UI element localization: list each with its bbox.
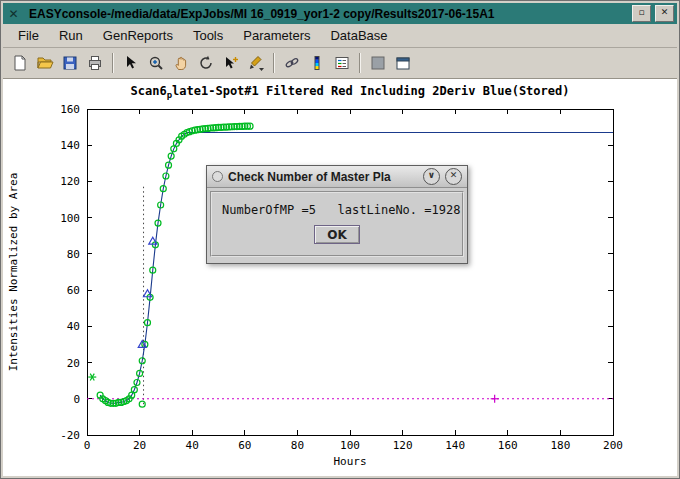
toolbar-separator [273, 53, 275, 73]
svg-text:40: 40 [186, 439, 199, 452]
figure-area: 020406080100120140160180200-200204060801… [3, 79, 677, 476]
dock-window-icon [394, 54, 412, 72]
svg-text:140: 140 [445, 439, 465, 452]
close-button[interactable]: ✕ [655, 5, 674, 22]
dialog-check-number: Check Number of Master Pla ∨ ✕ NumberOfM… [206, 165, 468, 264]
dialog-body: NumberOfMP =5 lastLineNo. =1928 OK [210, 191, 464, 257]
toolbar-separator [359, 53, 361, 73]
select-arrow-button[interactable] [119, 51, 143, 75]
svg-text:40: 40 [67, 320, 80, 333]
svg-text:80: 80 [291, 439, 304, 452]
dialog-close-button[interactable]: ✕ [445, 168, 462, 185]
svg-text:Scan6plate1-Spot#1 Filtered Re: Scan6plate1-Spot#1 Filtered Red Includin… [131, 84, 570, 100]
ok-button[interactable]: OK [314, 225, 360, 244]
menubar: File Run GenReports Tools Parameters Dat… [3, 24, 677, 48]
menu-item-tools[interactable]: Tools [184, 26, 232, 45]
open-file-button[interactable] [33, 51, 57, 75]
link-plot-button[interactable] [280, 51, 304, 75]
zoom-in-icon [147, 54, 165, 72]
svg-text:80: 80 [67, 248, 80, 261]
svg-text:100: 100 [340, 439, 360, 452]
brush-icon [247, 54, 265, 72]
open-folder-icon [36, 54, 54, 72]
svg-text:180: 180 [550, 439, 570, 452]
svg-text:-20: -20 [60, 429, 80, 442]
new-file-icon [11, 54, 29, 72]
print-figure-button[interactable] [83, 51, 107, 75]
svg-text:0: 0 [84, 439, 91, 452]
svg-text:160: 160 [498, 439, 518, 452]
rotate-icon [197, 54, 215, 72]
menu-item-run[interactable]: Run [50, 26, 92, 45]
dialog-titlebar[interactable]: Check Number of Master Pla ∨ ✕ [207, 166, 467, 188]
toolbar-separator [112, 53, 114, 73]
svg-text:60: 60 [67, 284, 80, 297]
svg-text:60: 60 [238, 439, 251, 452]
dialog-collapse-button[interactable]: ∨ [423, 168, 440, 185]
pan-hand-button[interactable] [169, 51, 193, 75]
minimize-button[interactable]: ▫ [632, 5, 651, 22]
menu-item-database[interactable]: DataBase [321, 26, 396, 45]
legend-icon [333, 54, 351, 72]
titlebar[interactable]: ✕ EASYconsole-/media/data/ExpJobs/MI 16_… [3, 3, 677, 24]
cursor-arrow-icon [122, 54, 140, 72]
svg-text:Hours: Hours [333, 455, 366, 468]
window-title: EASYconsole-/media/data/ExpJobs/MI 16_09… [25, 7, 628, 21]
svg-text:20: 20 [67, 357, 80, 370]
new-file-button[interactable] [8, 51, 32, 75]
save-figure-button[interactable] [58, 51, 82, 75]
svg-text:Intensities Normalized by Area: Intensities Normalized by Area [7, 173, 20, 372]
figure-toolbar [3, 48, 677, 79]
rotate-3d-button[interactable] [194, 51, 218, 75]
dialog-icon [212, 171, 223, 182]
svg-text:20: 20 [133, 439, 146, 452]
app-window: ✕ EASYconsole-/media/data/ExpJobs/MI 16_… [0, 0, 680, 479]
dialog-message: NumberOfMP =5 lastLineNo. =1928 [212, 193, 462, 217]
zoom-in-button[interactable] [144, 51, 168, 75]
insert-legend-button[interactable] [330, 51, 354, 75]
plot-tools-icon [369, 54, 387, 72]
dock-figure-button[interactable] [391, 51, 415, 75]
svg-text:120: 120 [393, 439, 413, 452]
hand-icon [172, 54, 190, 72]
window-menu-icon[interactable]: ✕ [6, 7, 21, 21]
insert-colorbar-button[interactable] [305, 51, 329, 75]
data-cursor-icon [222, 54, 240, 72]
svg-text:200: 200 [603, 439, 623, 452]
svg-text:120: 120 [60, 175, 80, 188]
svg-text:100: 100 [60, 212, 80, 225]
svg-text:140: 140 [60, 139, 80, 152]
data-cursor-button[interactable] [219, 51, 243, 75]
brush-data-button[interactable] [244, 51, 268, 75]
plot-tools-button[interactable] [366, 51, 390, 75]
svg-text:0: 0 [73, 393, 80, 406]
menu-item-file[interactable]: File [9, 26, 48, 45]
colorbar-icon [308, 54, 326, 72]
menu-item-parameters[interactable]: Parameters [234, 26, 319, 45]
menu-item-genreports[interactable]: GenReports [94, 26, 182, 45]
printer-icon [86, 54, 104, 72]
save-floppy-icon [61, 54, 79, 72]
link-icon [283, 54, 301, 72]
svg-text:160: 160 [60, 103, 80, 116]
dialog-title: Check Number of Master Pla [228, 170, 418, 184]
chart: 020406080100120140160180200-200204060801… [3, 79, 677, 476]
